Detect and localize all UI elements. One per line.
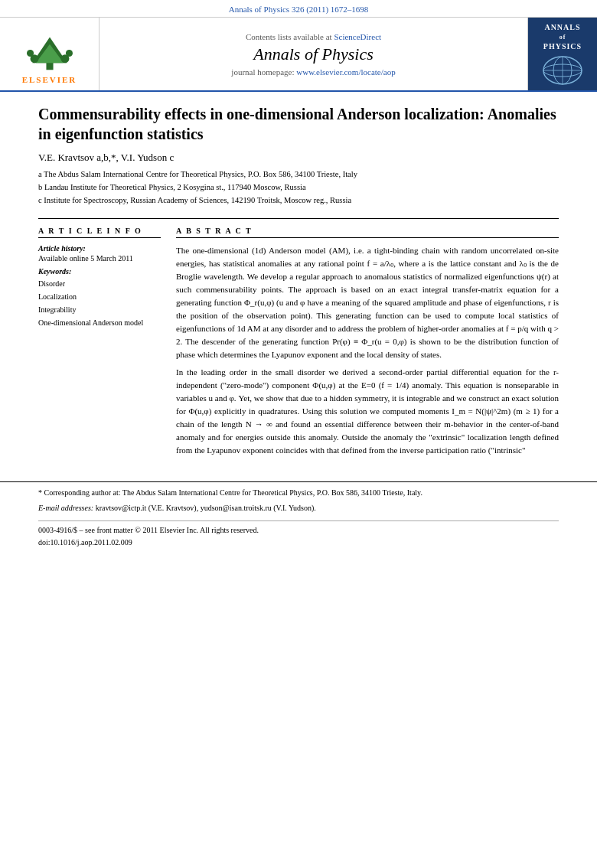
keyword-4: One-dimensional Anderson model bbox=[38, 316, 161, 329]
keyword-1: Disorder bbox=[38, 277, 161, 290]
annals-logo-block: ANNALS of PHYSICS bbox=[528, 18, 597, 90]
copyright-section: 0003-4916/$ – see front matter © 2011 El… bbox=[38, 520, 559, 549]
citation-text: Annals of Physics 326 (2011) 1672–1698 bbox=[229, 5, 369, 14]
keywords-list: Disorder Localization Integrability One-… bbox=[38, 277, 161, 329]
keywords-label: Keywords: bbox=[38, 267, 161, 276]
sciencedirect-line: Contents lists available at ScienceDirec… bbox=[246, 32, 381, 41]
affiliation-1: a The Abdus Salam International Centre f… bbox=[38, 168, 559, 181]
affiliations-block: a The Abdus Salam International Centre f… bbox=[38, 168, 559, 207]
abstract-heading: A B S T R A C T bbox=[176, 227, 559, 238]
keyword-2: Localization bbox=[38, 290, 161, 303]
email-line: E-mail addresses: kravtsov@ictp.it (V.E.… bbox=[38, 502, 559, 514]
abstract-column: A B S T R A C T The one-dimensional (1d)… bbox=[176, 227, 559, 462]
elsevier-tree-icon bbox=[19, 34, 80, 72]
journal-center-block: Contents lists available at ScienceDirec… bbox=[100, 18, 528, 90]
svg-point-5 bbox=[27, 50, 34, 57]
annals-logo-text: ANNALS of PHYSICS bbox=[543, 22, 582, 52]
sciencedirect-link[interactable]: ScienceDirect bbox=[334, 32, 381, 41]
copyright-text: 0003-4916/$ – see front matter © 2011 El… bbox=[38, 524, 559, 537]
history-label: Article history: bbox=[38, 244, 161, 253]
keyword-3: Integrability bbox=[38, 303, 161, 316]
two-column-section: A R T I C L E I N F O Article history: A… bbox=[38, 218, 559, 462]
article-title: Commensurability effects in one-dimensio… bbox=[38, 104, 559, 144]
journal-title: Annals of Physics bbox=[253, 44, 373, 64]
journal-homepage-line: journal homepage: www.elsevier.com/locat… bbox=[231, 67, 395, 77]
article-info-heading: A R T I C L E I N F O bbox=[38, 227, 161, 238]
affiliation-3: c Institute for Spectroscopy, Russian Ac… bbox=[38, 194, 559, 207]
elsevier-logo-block: ELSEVIER bbox=[0, 18, 100, 90]
corresponding-note: * Corresponding author at: The Abdus Sal… bbox=[38, 487, 559, 499]
journal-citation-bar: Annals of Physics 326 (2011) 1672–1698 bbox=[0, 0, 597, 18]
authors-line: V.E. Kravtsov a,b,*, V.I. Yudson c bbox=[38, 152, 559, 164]
affiliation-2: b Landau Institute for Theoretical Physi… bbox=[38, 181, 559, 194]
abstract-text: The one-dimensional (1d) Anderson model … bbox=[176, 244, 559, 458]
history-value: Available online 5 March 2011 bbox=[38, 254, 161, 263]
abstract-paragraph-2: In the leading order in the small disord… bbox=[176, 366, 559, 457]
journal-header: ELSEVIER Contents lists available at Sci… bbox=[0, 18, 597, 92]
doi-text: doi:10.1016/j.aop.2011.02.009 bbox=[38, 537, 559, 549]
abstract-paragraph-1: The one-dimensional (1d) Anderson model … bbox=[176, 244, 559, 361]
article-info-column: A R T I C L E I N F O Article history: A… bbox=[38, 227, 161, 462]
footer-section: * Corresponding author at: The Abdus Sal… bbox=[0, 481, 597, 549]
main-content: Commensurability effects in one-dimensio… bbox=[0, 92, 597, 469]
annals-globe-icon bbox=[540, 55, 586, 86]
elsevier-label: ELSEVIER bbox=[22, 75, 77, 84]
svg-point-6 bbox=[65, 50, 72, 57]
